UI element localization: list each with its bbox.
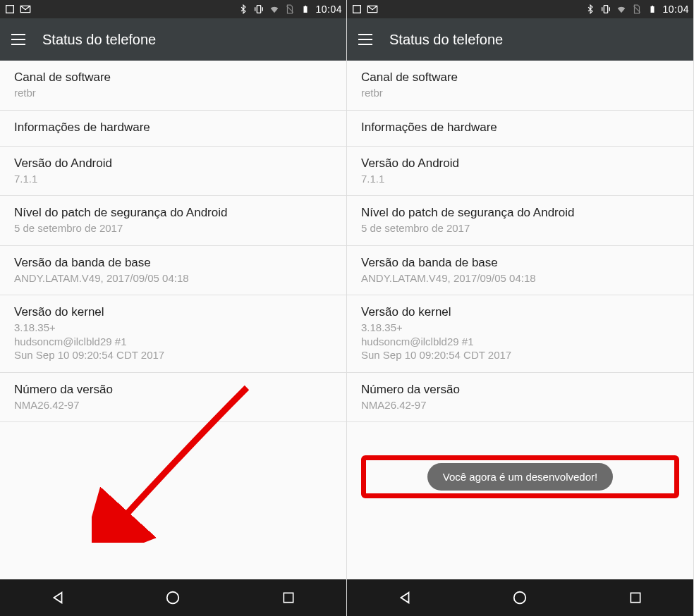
svg-rect-10: [651, 6, 655, 13]
row-baseband[interactable]: Versão da banda de base ANDY.LATAM.V49, …: [347, 246, 693, 296]
row-title: Versão do kernel: [14, 305, 332, 319]
gmail-icon: [367, 4, 378, 15]
settings-list: Canal de software retbr Informações de h…: [347, 61, 693, 579]
no-sim-icon: [284, 4, 296, 15]
battery-icon: [300, 4, 311, 15]
svg-rect-0: [6, 6, 14, 13]
screenshot-icon: [351, 4, 363, 15]
row-sub: 3.18.35+ hudsoncm@ilclbld29 #1 Sun Sep 1…: [361, 321, 679, 362]
row-android-version[interactable]: Versão do Android 7.1.1: [347, 147, 693, 197]
bluetooth-icon: [585, 4, 596, 15]
row-sub: 5 de setembro de 2017: [361, 221, 679, 235]
row-sub: 7.1.1: [14, 172, 332, 186]
menu-icon[interactable]: [11, 34, 25, 45]
status-right: 10:04: [585, 4, 689, 15]
svg-rect-8: [604, 6, 608, 13]
svg-rect-1: [257, 6, 261, 13]
bluetooth-icon: [238, 4, 249, 15]
row-kernel[interactable]: Versão do kernel 3.18.35+ hudsoncm@ilclb…: [0, 295, 346, 373]
app-bar: Status do telefone: [0, 18, 346, 61]
nav-bar: [0, 579, 346, 616]
status-bar: 10:04: [347, 0, 693, 18]
svg-point-5: [167, 592, 179, 604]
wifi-icon: [269, 4, 280, 15]
home-button[interactable]: [164, 589, 182, 607]
row-sub: retbr: [361, 86, 679, 100]
row-sub: 7.1.1: [361, 172, 679, 186]
row-title: Canal de software: [361, 70, 679, 85]
row-sub: NMA26.42-97: [361, 398, 679, 412]
no-sim-icon: [631, 4, 643, 15]
row-android-version[interactable]: Versão do Android 7.1.1: [0, 147, 346, 197]
row-sub: 3.18.35+ hudsoncm@ilclbld29 #1 Sun Sep 1…: [14, 321, 332, 362]
row-sub: NMA26.42-97: [14, 398, 332, 412]
wifi-icon: [616, 4, 627, 15]
phone-right: 10:04 Status do telefone Canal de softwa…: [347, 0, 694, 616]
row-sub: ANDY.LATAM.V49, 2017/09/05 04:18: [14, 271, 332, 285]
row-title: Número da versão: [361, 383, 679, 397]
row-title: Versão da banda de base: [14, 256, 332, 270]
home-button[interactable]: [511, 589, 529, 607]
row-title: Número da versão: [14, 383, 332, 397]
row-build-number[interactable]: Número da versão NMA26.42-97: [347, 373, 693, 423]
svg-rect-13: [631, 593, 640, 602]
row-hardware-info[interactable]: Informações de hardware: [347, 111, 693, 147]
row-title: Versão da banda de base: [361, 256, 679, 270]
status-bar: 10:04: [0, 0, 346, 18]
recent-apps-button[interactable]: [626, 589, 645, 607]
vibrate-icon: [253, 4, 264, 15]
vibrate-icon: [600, 4, 611, 15]
row-title: Versão do kernel: [361, 305, 679, 319]
battery-icon: [647, 4, 658, 15]
row-sub: retbr: [14, 86, 332, 100]
screenshot-icon: [4, 4, 16, 15]
status-time: 10:04: [662, 4, 689, 15]
gmail-icon: [20, 4, 31, 15]
row-security-patch[interactable]: Nível do patch de segurança do Android 5…: [0, 196, 346, 246]
status-right: 10:04: [238, 4, 342, 15]
app-bar: Status do telefone: [347, 18, 693, 61]
row-sub: ANDY.LATAM.V49, 2017/09/05 04:18: [361, 271, 679, 285]
row-baseband[interactable]: Versão da banda de base ANDY.LATAM.V49, …: [0, 246, 346, 296]
row-software-channel[interactable]: Canal de software retbr: [0, 61, 346, 111]
recent-apps-button[interactable]: [279, 589, 298, 607]
row-title: Informações de hardware: [361, 121, 679, 135]
row-software-channel[interactable]: Canal de software retbr: [347, 61, 693, 111]
row-build-number[interactable]: Número da versão NMA26.42-97: [0, 373, 346, 423]
svg-rect-11: [652, 6, 653, 6]
row-title: Versão do Android: [14, 156, 332, 171]
svg-rect-7: [353, 6, 361, 13]
svg-rect-4: [305, 6, 306, 6]
phone-left: 10:04 Status do telefone Canal de softwa…: [0, 0, 347, 616]
row-security-patch[interactable]: Nível do patch de segurança do Android 5…: [347, 196, 693, 246]
svg-rect-6: [284, 593, 293, 602]
row-sub: 5 de setembro de 2017: [14, 221, 332, 235]
row-title: Informações de hardware: [14, 121, 332, 135]
row-title: Canal de software: [14, 70, 332, 85]
row-title: Nível do patch de segurança do Android: [361, 206, 679, 220]
back-button[interactable]: [49, 589, 67, 607]
nav-bar: [347, 579, 693, 616]
page-title: Status do telefone: [42, 32, 156, 48]
status-left: [351, 4, 378, 15]
status-left: [4, 4, 31, 15]
row-title: Versão do Android: [361, 156, 679, 171]
menu-icon[interactable]: [358, 34, 372, 45]
back-button[interactable]: [396, 589, 414, 607]
svg-point-12: [514, 592, 526, 604]
status-time: 10:04: [315, 4, 342, 15]
row-title: Nível do patch de segurança do Android: [14, 206, 332, 220]
row-hardware-info[interactable]: Informações de hardware: [0, 111, 346, 147]
row-kernel[interactable]: Versão do kernel 3.18.35+ hudsoncm@ilclb…: [347, 295, 693, 373]
page-title: Status do telefone: [389, 32, 503, 48]
settings-list: Canal de software retbr Informações de h…: [0, 61, 346, 579]
svg-rect-3: [304, 6, 308, 13]
